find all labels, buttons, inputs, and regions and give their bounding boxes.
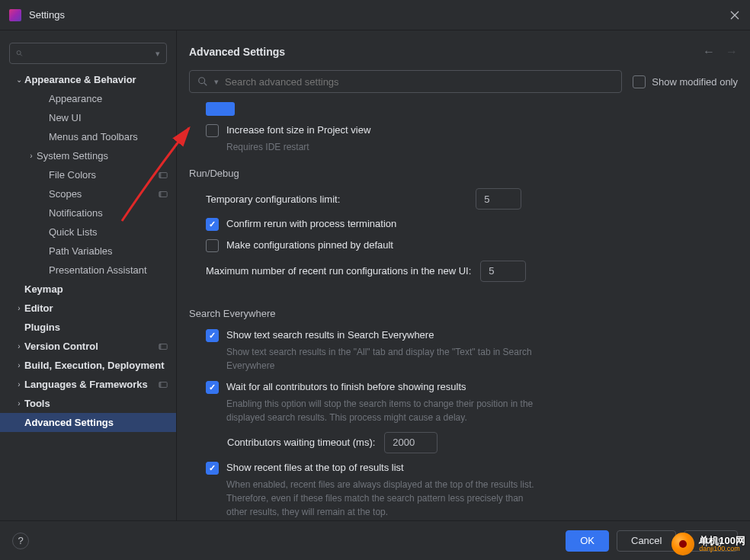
show-text-checkbox[interactable]: Show text search results in Search Every… (189, 328, 730, 373)
project-scope-icon (158, 380, 168, 389)
show-modified-checkbox[interactable]: Show modified only (633, 75, 738, 88)
sidebar-item-path-variables[interactable]: Path Variables (0, 242, 176, 261)
sidebar-item-menus-and-toolbars[interactable]: Menus and Toolbars (0, 127, 176, 146)
show-modified-label: Show modified only (652, 76, 738, 88)
dialog-footer: ? OK Cancel Apply (0, 520, 750, 560)
sidebar-item-build-execution-deployment[interactable]: ›Build, Execution, Deployment (0, 356, 176, 375)
svg-rect-2 (159, 172, 162, 178)
confirm-rerun-checkbox[interactable]: Confirm rerun with process termination (189, 217, 730, 231)
settings-tree: ⌄Appearance & BehaviorAppearanceNew UIMe… (0, 70, 176, 520)
settings-search[interactable]: ▾ (189, 70, 622, 93)
cancel-button[interactable]: Cancel (617, 530, 676, 552)
increase-font-checkbox[interactable]: Increase font size in Project view Requi… (189, 123, 730, 154)
settings-search-input[interactable] (225, 76, 614, 88)
sidebar-item-keymap[interactable]: Keymap (0, 280, 176, 299)
sidebar-item-version-control[interactable]: ›Version Control (0, 337, 176, 356)
wait-checkbox[interactable]: Wait for all contributors to finish befo… (189, 380, 730, 424)
svg-rect-8 (159, 382, 162, 387)
temp-limit-label: Temporary configurations limit: (206, 194, 340, 205)
sidebar-item-advanced-settings[interactable]: Advanced Settings (0, 413, 176, 432)
nav-forward-icon[interactable]: → (726, 45, 738, 59)
titlebar: Settings (0, 0, 750, 30)
timeout-input[interactable] (384, 432, 438, 453)
chevron-icon: › (14, 304, 24, 312)
settings-main: Advanced Settings ← → ▾ Show modified on… (177, 30, 750, 520)
project-scope-icon (158, 171, 168, 180)
chevron-icon: › (14, 361, 24, 370)
close-button[interactable] (729, 9, 741, 21)
recent-files-checkbox[interactable]: Show recent files at the top of results … (189, 461, 730, 519)
pinned-checkbox[interactable]: Make configurations pinned by default (189, 238, 730, 252)
apply-button[interactable]: Apply (684, 530, 738, 552)
sidebar-search[interactable]: ▾ (9, 43, 167, 64)
sidebar-item-notifications[interactable]: Notifications (0, 203, 176, 222)
help-button[interactable]: ? (12, 533, 29, 549)
sidebar-item-quick-lists[interactable]: Quick Lists (0, 222, 176, 242)
section-run-debug: Run/Debug (189, 168, 730, 179)
sidebar-item-scopes[interactable]: Scopes (0, 184, 176, 203)
sidebar-item-appearance-behavior[interactable]: ⌄Appearance & Behavior (0, 70, 176, 89)
sidebar-item-presentation-assistant[interactable]: Presentation Assistant (0, 261, 176, 280)
project-scope-icon (158, 190, 168, 199)
sidebar-item-languages-frameworks[interactable]: ›Languages & Frameworks (0, 375, 176, 394)
svg-point-9 (199, 78, 205, 84)
chevron-icon: › (14, 380, 24, 389)
project-scope-icon (158, 342, 168, 351)
sidebar-item-new-ui[interactable]: New UI (0, 108, 176, 127)
svg-point-0 (17, 51, 21, 55)
temp-limit-input[interactable] (476, 188, 521, 210)
truncated-item (206, 102, 235, 116)
app-icon (9, 9, 21, 21)
max-recent-label: Maximum number of recent run configurati… (206, 265, 471, 277)
timeout-label: Contributors waiting timeout (ms): (227, 437, 375, 448)
section-search-everywhere: Search Everywhere (189, 308, 730, 319)
sidebar-item-file-colors[interactable]: File Colors (0, 165, 176, 184)
sidebar-item-plugins[interactable]: Plugins (0, 318, 176, 337)
sidebar-item-editor[interactable]: ›Editor (0, 299, 176, 318)
ok-button[interactable]: OK (566, 530, 609, 552)
sidebar-item-tools[interactable]: ›Tools (0, 394, 176, 413)
window-title: Settings (29, 9, 65, 21)
chevron-icon: › (26, 152, 37, 160)
settings-sidebar: ▾ ⌄Appearance & BehaviorAppearanceNew UI… (0, 30, 177, 520)
page-title: Advanced Settings (189, 46, 285, 58)
sidebar-item-appearance[interactable]: Appearance (0, 89, 176, 108)
sidebar-search-input[interactable] (27, 48, 155, 59)
chevron-icon: › (14, 399, 24, 408)
svg-rect-4 (159, 191, 162, 197)
settings-content[interactable]: Increase font size in Project view Requi… (189, 102, 738, 520)
chevron-icon: › (14, 342, 24, 350)
chevron-icon: ⌄ (14, 75, 24, 84)
sidebar-item-system-settings[interactable]: ›System Settings (0, 146, 176, 165)
max-recent-input[interactable] (480, 261, 526, 282)
nav-back-icon[interactable]: ← (703, 45, 715, 59)
svg-rect-6 (159, 344, 162, 349)
